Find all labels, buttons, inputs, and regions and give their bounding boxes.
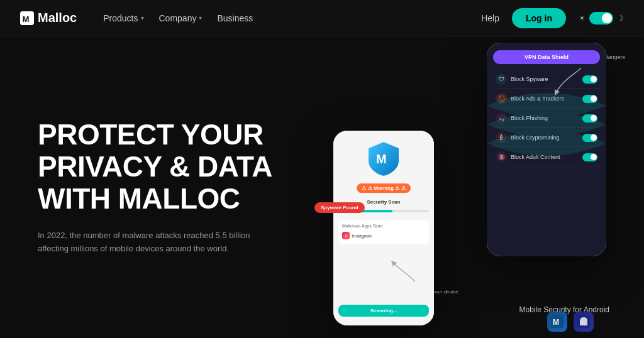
- ghost-app-icon[interactable]: [574, 312, 594, 332]
- phone-security-scanner: M ⚠ ⚠ Warning ⚠ ⚠ Security Scan Maliciou…: [333, 131, 434, 325]
- scanning-button: Scanning...: [338, 305, 429, 317]
- nav-business[interactable]: Business: [211, 9, 259, 27]
- chevron-down-icon: ▾: [141, 14, 144, 21]
- toggle-adult[interactable]: [582, 153, 597, 161]
- nav-right: Help Log in ☀ ☽: [481, 8, 624, 28]
- ghost-logo-icon: [577, 315, 590, 328]
- malicious-apps-label: Malicious Apps Scan: [342, 224, 425, 228]
- theme-toggle-track[interactable]: [589, 12, 613, 25]
- sun-icon: ☀: [579, 14, 586, 23]
- nav-links: Products ▾ Company ▾ Business: [97, 9, 481, 27]
- annotation-arrow: [550, 62, 587, 99]
- app-shield-icon: M: [365, 139, 402, 177]
- instagram-icon: I: [342, 232, 350, 239]
- hero-title: PROTECT YOUR PRIVACY & DATA WITH MALLOC: [38, 119, 296, 214]
- app-icons-row: M: [547, 312, 594, 332]
- phone-vpn-shield: VPN Data Shield 🛡 Block Spyware 🚫 Block …: [487, 43, 606, 256]
- navbar: M Malloc Products ▾ Company ▾ Business H…: [0, 0, 644, 36]
- hero-section: PROTECT YOUR PRIVACY & DATA WITH MALLOC …: [0, 36, 644, 338]
- moon-icon: ☽: [617, 14, 624, 23]
- malloc-logo-icon: M: [551, 315, 564, 328]
- nav-products[interactable]: Products ▾: [97, 9, 150, 27]
- logo-icon: M: [20, 11, 34, 25]
- toggle-crypto[interactable]: [582, 134, 597, 142]
- shield-display: M: [338, 139, 429, 177]
- help-link[interactable]: Help: [481, 13, 499, 23]
- malicious-apps-section: Malicious Apps Scan I instagram: [338, 220, 429, 244]
- hero-left: PROTECT YOUR PRIVACY & DATA WITH MALLOC …: [38, 36, 308, 338]
- logo[interactable]: M Malloc: [20, 11, 77, 25]
- svg-text:M: M: [376, 152, 387, 166]
- nav-company[interactable]: Company ▾: [153, 9, 209, 27]
- spyware-found-badge: Spyware Found: [314, 202, 365, 213]
- warning-badge: ⚠ ⚠ Warning ⚠ ⚠: [357, 183, 411, 193]
- toggle-phishing[interactable]: [582, 114, 597, 123]
- svg-text:M: M: [23, 14, 30, 23]
- scan-arrow: [390, 259, 421, 285]
- svg-text:M: M: [553, 318, 559, 327]
- malloc-app-icon[interactable]: M: [547, 312, 567, 332]
- login-button[interactable]: Log in: [512, 8, 566, 28]
- hero-description: In 2022, the number of malware attacks r…: [38, 229, 252, 256]
- theme-toggle-thumb: [602, 13, 612, 23]
- hero-right: Block online dangers: [308, 36, 644, 338]
- chevron-down-icon: ▾: [199, 14, 202, 21]
- app-item: I instagram: [342, 231, 425, 241]
- app-name-label: instagram: [352, 234, 372, 238]
- theme-toggle: ☀ ☽: [579, 12, 624, 25]
